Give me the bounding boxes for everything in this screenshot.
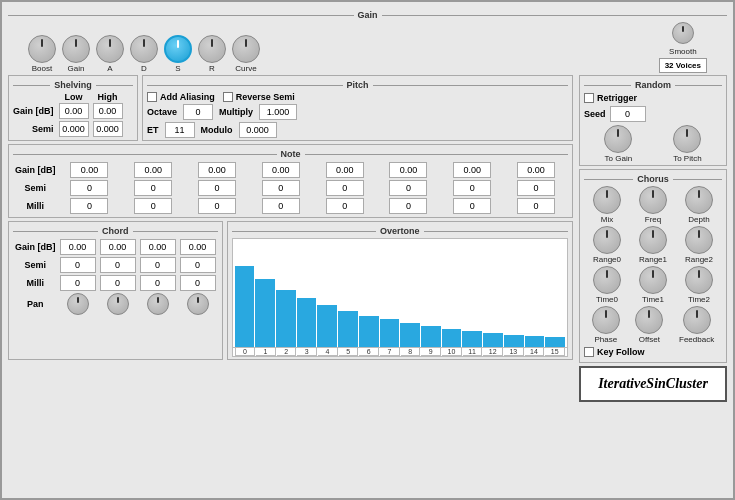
reverse-semi-checkbox[interactable] [223, 92, 233, 102]
overtone-chart[interactable] [232, 238, 569, 348]
gain-knob[interactable] [62, 35, 90, 63]
reverse-semi-check[interactable]: Reverse Semi [223, 92, 295, 102]
freq-knob[interactable] [639, 186, 667, 214]
note-semi-6[interactable] [453, 180, 491, 196]
chord-milli-2[interactable] [140, 275, 176, 291]
to-pitch-knob[interactable] [673, 125, 701, 153]
curve-knob[interactable] [232, 35, 260, 63]
note-milli-7[interactable] [517, 198, 555, 214]
chord-semi-2[interactable] [140, 257, 176, 273]
note-gain-2[interactable] [198, 162, 236, 178]
overtone-bar-7[interactable] [380, 319, 400, 347]
to-gain-knob[interactable] [604, 125, 632, 153]
shelving-semi-high[interactable] [93, 121, 123, 137]
note-milli-3[interactable] [262, 198, 300, 214]
chord-gain-3[interactable] [180, 239, 216, 255]
note-gain-5[interactable] [389, 162, 427, 178]
shelving-section: Shelving Low High Gain [dB] [8, 75, 138, 141]
note-gain-4[interactable] [326, 162, 364, 178]
chord-pan-2[interactable] [147, 293, 169, 315]
time1-knob[interactable] [639, 266, 667, 294]
note-semi-3[interactable] [262, 180, 300, 196]
mix-label: Mix [601, 215, 613, 224]
overtone-bar-14[interactable] [525, 336, 545, 347]
note-gain-3[interactable] [262, 162, 300, 178]
note-semi-0[interactable] [70, 180, 108, 196]
phase-knob[interactable] [592, 306, 620, 334]
chord-gain-0[interactable] [60, 239, 96, 255]
overtone-bar-11[interactable] [462, 331, 482, 347]
d-knob[interactable] [130, 35, 158, 63]
overtone-bar-4[interactable] [317, 305, 337, 347]
key-follow-checkbox[interactable] [584, 347, 594, 357]
chord-pan-0[interactable] [67, 293, 89, 315]
overtone-bar-15[interactable] [545, 337, 565, 347]
depth-knob[interactable] [685, 186, 713, 214]
note-milli-2[interactable] [198, 198, 236, 214]
seed-input[interactable] [610, 106, 646, 122]
note-milli-6[interactable] [453, 198, 491, 214]
pitch-label: Pitch [347, 80, 369, 90]
range0-knob[interactable] [593, 226, 621, 254]
time0-knob[interactable] [593, 266, 621, 294]
offset-knob[interactable] [635, 306, 663, 334]
range2-knob[interactable] [685, 226, 713, 254]
note-milli-1[interactable] [134, 198, 172, 214]
shelving-gain-high[interactable] [93, 103, 123, 119]
overtone-bar-9[interactable] [421, 326, 441, 347]
note-gain-0[interactable] [70, 162, 108, 178]
overtone-bar-8[interactable] [400, 323, 420, 347]
chord-semi-3[interactable] [180, 257, 216, 273]
note-milli-5[interactable] [389, 198, 427, 214]
mix-knob[interactable] [593, 186, 621, 214]
chord-pan-1[interactable] [107, 293, 129, 315]
add-aliasing-check[interactable]: Add Aliasing [147, 92, 215, 102]
retrigger-checkbox[interactable] [584, 93, 594, 103]
r-knob[interactable] [198, 35, 226, 63]
chord-overtone-area: Chord Gain [dB] Semi [8, 221, 573, 360]
overtone-bar-1[interactable] [255, 279, 275, 347]
overtone-bar-5[interactable] [338, 311, 358, 347]
note-semi-2[interactable] [198, 180, 236, 196]
overtone-bar-6[interactable] [359, 316, 379, 347]
note-milli-4[interactable] [326, 198, 364, 214]
chord-gain-2[interactable] [140, 239, 176, 255]
octave-input[interactable] [183, 104, 213, 120]
chord-milli-3[interactable] [180, 275, 216, 291]
multiply-input[interactable] [259, 104, 297, 120]
note-semi-1[interactable] [134, 180, 172, 196]
feedback-knob[interactable] [683, 306, 711, 334]
note-semi-7[interactable] [517, 180, 555, 196]
chord-milli-1[interactable] [100, 275, 136, 291]
a-knob[interactable] [96, 35, 124, 63]
shelving-semi-low[interactable] [59, 121, 89, 137]
chord-semi-1[interactable] [100, 257, 136, 273]
chord-milli-0[interactable] [60, 275, 96, 291]
note-gain-6[interactable] [453, 162, 491, 178]
smooth-knob[interactable] [672, 22, 694, 44]
range1-knob[interactable] [639, 226, 667, 254]
add-aliasing-checkbox[interactable] [147, 92, 157, 102]
time2-knob[interactable] [685, 266, 713, 294]
modulo-input[interactable] [239, 122, 277, 138]
note-gain-7[interactable] [517, 162, 555, 178]
overtone-bar-0[interactable] [235, 266, 255, 347]
overtone-bar-13[interactable] [504, 335, 524, 347]
overtone-bar-12[interactable] [483, 333, 503, 347]
note-gain-1[interactable] [134, 162, 172, 178]
overtone-bar-3[interactable] [297, 298, 317, 347]
chord-semi-0[interactable] [60, 257, 96, 273]
s-knob[interactable] [164, 35, 192, 63]
chord-gain-1[interactable] [100, 239, 136, 255]
overtone-bar-2[interactable] [276, 290, 296, 347]
chord-pan-3[interactable] [187, 293, 209, 315]
note-semi-5[interactable] [389, 180, 427, 196]
note-semi-4[interactable] [326, 180, 364, 196]
note-milli-0[interactable] [70, 198, 108, 214]
boost-knob[interactable] [28, 35, 56, 63]
isc-button[interactable]: IterativeSinCluster [579, 366, 727, 402]
overtone-bar-10[interactable] [442, 329, 462, 347]
shelving-gain-low[interactable] [59, 103, 89, 119]
voices-button[interactable]: 32 Voices [659, 58, 707, 73]
et-input[interactable] [165, 122, 195, 138]
